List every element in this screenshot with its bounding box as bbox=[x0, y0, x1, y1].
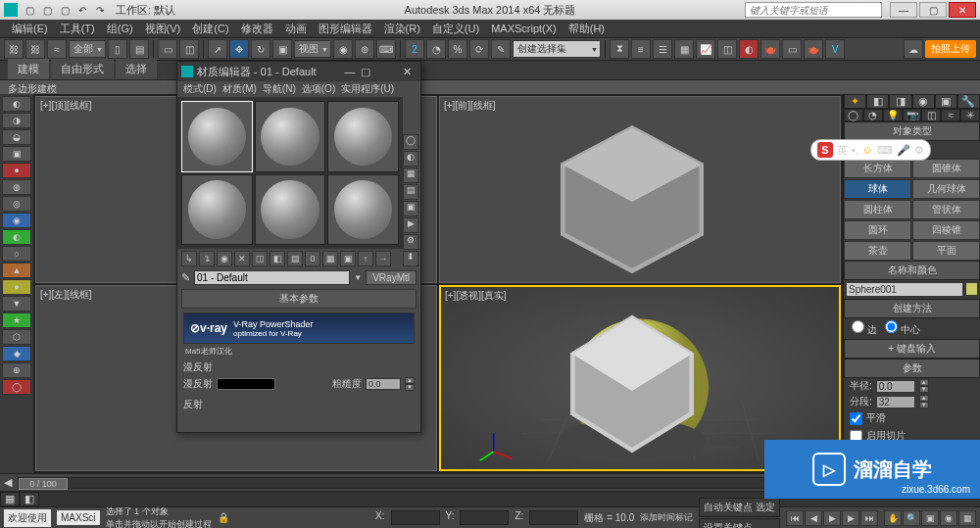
select-move-icon[interactable]: ✥ bbox=[229, 39, 249, 59]
make-unique-icon[interactable]: ◧ bbox=[270, 251, 285, 266]
palette-icon[interactable]: ▣ bbox=[2, 146, 31, 162]
obj-cone-button[interactable]: 圆锥体 bbox=[912, 159, 980, 178]
palette-icon[interactable]: ◐ bbox=[2, 229, 31, 245]
show-end-icon[interactable]: ▣ bbox=[340, 251, 356, 266]
bind-icon[interactable]: ≈ bbox=[47, 39, 67, 59]
maximize-viewport-icon[interactable]: ▦ bbox=[958, 510, 976, 526]
ime-lang-label[interactable]: 英 bbox=[837, 143, 848, 158]
ribbon-tab-modeling[interactable]: 建模 bbox=[8, 59, 49, 79]
close-button[interactable]: ✕ bbox=[949, 2, 976, 18]
sample-type-icon[interactable]: ◯ bbox=[403, 134, 418, 150]
radius-spinner[interactable] bbox=[876, 380, 915, 393]
ime-voice-icon[interactable]: 🎤 bbox=[897, 144, 910, 157]
material-slot[interactable] bbox=[181, 101, 253, 172]
app-icon[interactable] bbox=[4, 3, 18, 17]
smooth-checkbox[interactable] bbox=[850, 412, 862, 425]
mirror-icon[interactable]: ⧗ bbox=[610, 39, 629, 59]
render-setup-icon[interactable]: 🫖 bbox=[760, 39, 780, 59]
spinner-down-icon[interactable]: ▼ bbox=[919, 402, 929, 408]
material-slot[interactable] bbox=[181, 174, 253, 246]
play-icon[interactable]: ▶ bbox=[823, 510, 841, 526]
select-scale-icon[interactable]: ▣ bbox=[272, 39, 292, 59]
palette-icon[interactable]: ▼ bbox=[2, 296, 31, 312]
select-rotate-icon[interactable]: ↻ bbox=[251, 39, 270, 59]
menu-render[interactable]: 渲染(R) bbox=[380, 20, 424, 38]
palette-icon[interactable]: ● bbox=[2, 279, 31, 295]
put-to-scene-icon[interactable]: ↴ bbox=[199, 251, 215, 266]
workspace-dropdown[interactable]: 工作区: 默认 bbox=[116, 3, 175, 18]
material-type-button[interactable]: VRayMtl bbox=[366, 270, 416, 285]
display-panel-icon[interactable]: ▣ bbox=[935, 94, 957, 109]
obj-plane-button[interactable]: 平面 bbox=[912, 241, 980, 261]
menu-modifiers[interactable]: 修改器 bbox=[237, 20, 277, 38]
orbit-icon[interactable]: ◉ bbox=[940, 510, 957, 526]
obj-tube-button[interactable]: 管状体 bbox=[912, 200, 980, 219]
palette-icon[interactable]: ○ bbox=[2, 246, 31, 262]
mat-menu-util[interactable]: 实用程序(U) bbox=[339, 81, 396, 97]
reset-map-icon[interactable]: ✕ bbox=[234, 251, 250, 266]
obj-geosphere-button[interactable]: 几何球体 bbox=[912, 179, 980, 199]
palette-icon[interactable]: ◍ bbox=[2, 179, 31, 195]
rendered-frame-icon[interactable]: ▭ bbox=[782, 39, 802, 59]
shapes-icon[interactable]: ◔ bbox=[863, 109, 883, 121]
material-name-input[interactable] bbox=[194, 270, 350, 285]
menu-view[interactable]: 视图(V) bbox=[141, 20, 185, 38]
keyboard-shortcut-icon[interactable]: ⌨ bbox=[376, 39, 396, 59]
edit-selset-icon[interactable]: ✎ bbox=[491, 39, 511, 59]
pivot-center-icon[interactable]: ◉ bbox=[333, 39, 353, 59]
modify-panel-icon[interactable]: ◧ bbox=[866, 94, 889, 109]
motion-panel-icon[interactable]: ◉ bbox=[912, 94, 935, 109]
backlight-icon[interactable]: ◐ bbox=[403, 151, 418, 167]
palette-icon[interactable]: ◐ bbox=[2, 96, 31, 112]
menu-animation[interactable]: 动画 bbox=[281, 20, 311, 38]
ime-punct-icon[interactable]: •, bbox=[852, 144, 858, 156]
material-slot[interactable] bbox=[327, 101, 399, 172]
maxscript-listener[interactable]: MAXSci bbox=[57, 510, 100, 525]
qat-open-icon[interactable]: ▢ bbox=[39, 2, 55, 18]
maximize-button[interactable]: ▢ bbox=[919, 2, 947, 18]
prev-frame-icon[interactable]: ◀ bbox=[805, 510, 822, 526]
link-icon[interactable]: ⛓ bbox=[4, 39, 24, 59]
ime-emoji-icon[interactable]: ☺ bbox=[862, 144, 873, 156]
layer-manager-icon[interactable]: ☰ bbox=[653, 39, 672, 59]
dialog-restore-icon[interactable]: ▢ bbox=[358, 66, 373, 78]
select-object-icon[interactable]: ➚ bbox=[208, 39, 227, 59]
upload-button[interactable]: 拍照上传 bbox=[925, 40, 976, 58]
palette-icon[interactable]: ◉ bbox=[2, 213, 31, 228]
time-slider-handle[interactable]: 0 / 100 bbox=[19, 478, 68, 490]
spinner-down-icon[interactable]: ▼ bbox=[919, 386, 929, 393]
palette-icon[interactable]: ⬡ bbox=[2, 329, 31, 345]
menu-group[interactable]: 组(G) bbox=[103, 20, 137, 38]
palette-icon[interactable]: ● bbox=[2, 163, 31, 178]
mat-id-icon[interactable]: 0 bbox=[305, 251, 320, 266]
create-panel-icon[interactable]: ✦ bbox=[844, 94, 866, 109]
goto-start-icon[interactable]: ⏮ bbox=[786, 510, 804, 526]
qat-new-icon[interactable]: ▢ bbox=[22, 2, 37, 18]
help-search-input[interactable] bbox=[745, 2, 882, 18]
percent-snap-icon[interactable]: % bbox=[448, 39, 467, 59]
viewport-label[interactable]: [+][左][线框] bbox=[40, 288, 92, 302]
render-icon[interactable]: 🫖 bbox=[804, 39, 823, 59]
obj-box-button[interactable]: 长方体 bbox=[844, 159, 911, 178]
rollout-object-type[interactable]: 对象类型 bbox=[844, 121, 980, 141]
menu-graph[interactable]: 图形编辑器 bbox=[315, 20, 376, 38]
select-icon[interactable]: ▯ bbox=[108, 39, 127, 59]
menu-edit[interactable]: 编辑(E) bbox=[8, 20, 52, 38]
next-frame-icon[interactable]: ▶ bbox=[842, 510, 859, 526]
dialog-minimize-icon[interactable]: — bbox=[342, 66, 358, 77]
ime-keyboard-icon[interactable]: ⌨ bbox=[877, 144, 893, 157]
autokey-button[interactable]: 自动关键点 选定 bbox=[699, 498, 780, 517]
radio-center[interactable]: 中心 bbox=[885, 320, 920, 337]
material-slot[interactable] bbox=[255, 101, 326, 172]
cameras-icon[interactable]: 📷 bbox=[903, 109, 922, 121]
rollout-keyboard-entry[interactable]: + 键盘输入 bbox=[844, 339, 980, 359]
rollout-basic-params[interactable]: 基本参数 bbox=[181, 289, 416, 309]
menu-maxscript[interactable]: MAXScript(X) bbox=[487, 21, 561, 36]
mat-menu-options[interactable]: 选项(O) bbox=[300, 81, 337, 97]
menu-help[interactable]: 帮助(H) bbox=[564, 20, 609, 38]
ribbon-toggle-icon[interactable]: ▦ bbox=[674, 39, 694, 59]
add-time-tag[interactable]: 添加时间标记 bbox=[640, 511, 693, 524]
mat-menu-material[interactable]: 材质(M) bbox=[220, 81, 259, 97]
material-slot[interactable] bbox=[255, 174, 326, 246]
qat-undo-icon[interactable]: ↶ bbox=[74, 2, 90, 18]
